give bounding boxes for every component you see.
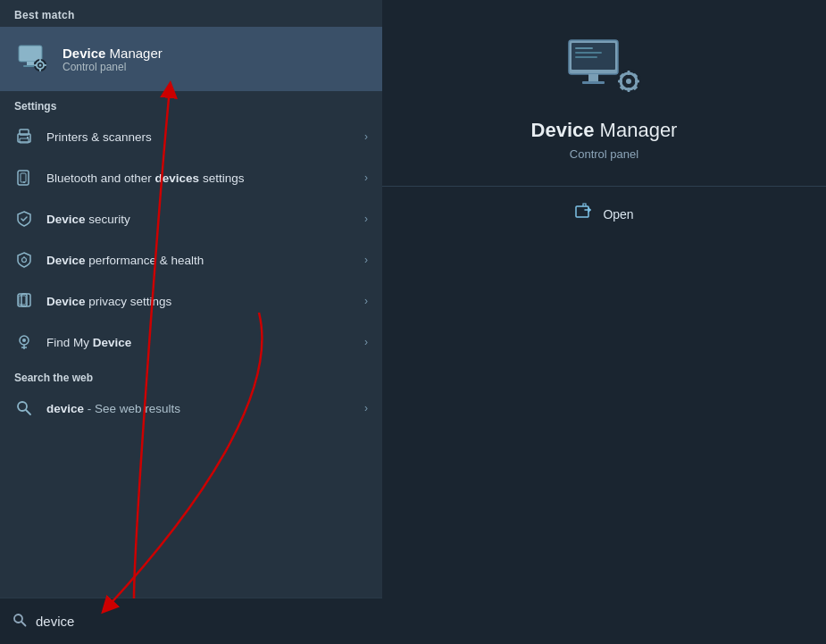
open-icon [574, 203, 592, 225]
device-performance-label: Device performance & health [46, 254, 364, 267]
menu-item-device-performance[interactable]: Device performance & health › [0, 239, 382, 280]
web-search-suffix: - See web results [84, 402, 180, 415]
device-privacy-chevron: › [364, 295, 368, 307]
right-device-icon [564, 36, 645, 103]
svg-line-27 [26, 410, 30, 414]
settings-section-label: Settings [0, 91, 382, 116]
best-match-text: Device Manager Control panel [63, 46, 163, 73]
device-security-chevron: › [364, 213, 368, 225]
device-security-label: Device security [46, 213, 364, 226]
svg-rect-48 [576, 206, 588, 217]
right-subtitle: Control panel [570, 147, 638, 161]
right-title: Device Manager [531, 119, 678, 142]
best-match-label: Best match [0, 0, 382, 27]
svg-rect-32 [575, 47, 593, 49]
svg-rect-6 [39, 59, 41, 62]
printers-chevron: › [364, 130, 368, 143]
svg-rect-36 [582, 81, 605, 84]
bluetooth-icon [14, 168, 34, 188]
search-bar-icon [13, 613, 27, 631]
device-performance-icon [14, 250, 34, 270]
web-search-label: Search the web [0, 363, 382, 388]
svg-rect-42 [618, 79, 622, 82]
svg-rect-21 [19, 296, 26, 305]
best-match-subtitle: Control panel [63, 61, 163, 73]
right-title-bold: Device [531, 119, 595, 141]
menu-item-printers[interactable]: Printers & scanners › [0, 116, 382, 157]
menu-item-find-my-device[interactable]: Find My Device › [0, 322, 382, 363]
menu-item-device-privacy[interactable]: Device privacy settings › [0, 280, 382, 322]
svg-rect-43 [635, 79, 639, 82]
find-my-device-chevron: › [364, 336, 368, 348]
svg-line-29 [21, 622, 26, 626]
svg-rect-14 [18, 171, 29, 185]
svg-rect-13 [27, 137, 29, 138]
device-security-icon [14, 209, 34, 229]
svg-rect-9 [44, 64, 46, 66]
svg-rect-40 [627, 71, 630, 75]
printers-label: Printers & scanners [46, 130, 364, 144]
bluetooth-chevron: › [364, 171, 368, 184]
device-privacy-label: Device privacy settings [46, 295, 364, 308]
find-my-device-label: Find My Device [46, 336, 364, 349]
device-privacy-icon [14, 291, 34, 311]
web-search-icon [14, 398, 34, 418]
open-label: Open [603, 207, 633, 222]
search-input[interactable] [36, 614, 370, 629]
bluetooth-label: Bluetooth and other devices settings [46, 171, 364, 185]
best-match-item[interactable]: Device Manager Control panel [0, 27, 382, 91]
svg-point-23 [22, 339, 26, 342]
svg-rect-34 [575, 56, 597, 58]
web-search-chevron: › [364, 402, 368, 414]
svg-rect-1 [27, 62, 34, 65]
svg-rect-15 [21, 173, 26, 182]
svg-point-16 [23, 181, 25, 183]
printer-icon [14, 127, 34, 146]
web-search-bold: device [46, 402, 84, 415]
menu-item-bluetooth[interactable]: Bluetooth and other devices settings › [0, 157, 382, 198]
best-match-title-bold: Device [63, 46, 105, 61]
find-my-device-icon [14, 332, 34, 352]
search-bar [0, 598, 382, 644]
svg-rect-41 [627, 88, 630, 92]
svg-rect-7 [39, 69, 41, 71]
svg-point-17 [22, 258, 27, 263]
best-match-title: Device Manager [63, 46, 163, 61]
svg-point-39 [626, 79, 631, 84]
svg-rect-35 [588, 74, 598, 81]
svg-rect-8 [34, 64, 37, 66]
right-content: Device Manager Control panel Open [382, 0, 826, 241]
device-performance-chevron: › [364, 254, 368, 266]
right-panel: Device Manager Control panel Open [382, 0, 826, 644]
menu-item-device-security[interactable]: Device security › [0, 198, 382, 239]
device-manager-icon [14, 41, 50, 77]
web-search-item[interactable]: device - See web results › [0, 388, 382, 429]
svg-rect-33 [575, 52, 602, 54]
left-panel: Best match Device Manager [0, 0, 382, 644]
web-search-text: device - See web results [46, 402, 364, 415]
svg-point-5 [39, 64, 42, 67]
open-button[interactable]: Open [556, 187, 651, 241]
